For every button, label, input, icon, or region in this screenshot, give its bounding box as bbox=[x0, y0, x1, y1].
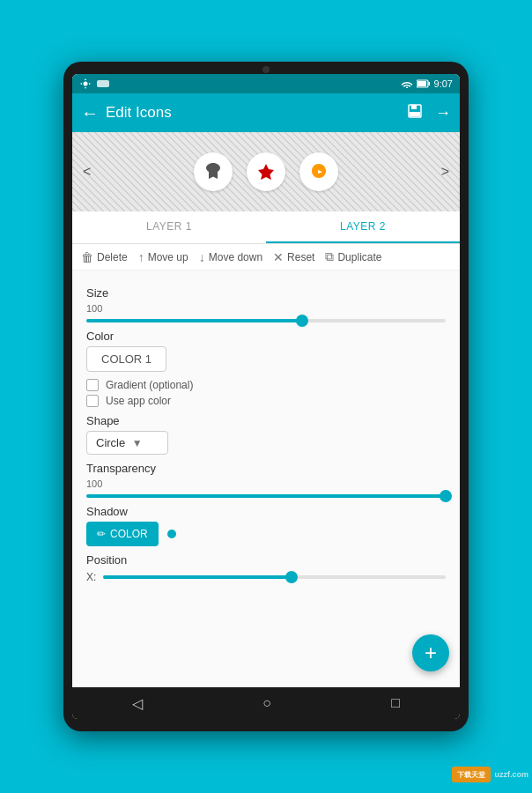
toolbar-save-icon[interactable] bbox=[407, 103, 423, 123]
toolbar-forward-icon[interactable]: → bbox=[435, 104, 451, 122]
battery-icon bbox=[417, 79, 431, 88]
toolbar-back-button[interactable]: ← bbox=[81, 103, 99, 123]
size-value: 100 bbox=[86, 303, 446, 314]
gradient-label: Gradient (optional) bbox=[106, 379, 193, 391]
transparency-slider-track[interactable] bbox=[86, 494, 446, 498]
watermark: 下载天堂 uzzf.com bbox=[452, 767, 528, 782]
watermark-text: uzzf.com bbox=[494, 770, 528, 779]
size-slider-container: 100 bbox=[86, 303, 446, 322]
move-down-label: Move down bbox=[209, 251, 262, 263]
duplicate-button[interactable]: ⧉ Duplicate bbox=[325, 249, 381, 264]
transparency-value: 100 bbox=[86, 478, 446, 489]
toolbar: ← Edit Icons → bbox=[72, 93, 460, 132]
svg-rect-3 bbox=[417, 81, 426, 86]
position-x-slider-track[interactable] bbox=[103, 575, 446, 579]
toolbar-title: Edit Icons bbox=[106, 104, 400, 122]
duplicate-icon: ⧉ bbox=[325, 249, 334, 264]
position-x-slider-fill bbox=[103, 575, 292, 579]
preview-left-arrow[interactable]: < bbox=[76, 157, 98, 187]
transparency-slider-container: 100 bbox=[86, 478, 446, 498]
position-x-label: X: bbox=[86, 571, 96, 583]
preview-icon-1 bbox=[194, 152, 233, 191]
transparency-slider-thumb bbox=[440, 490, 452, 502]
tablet-device: 9:07 ← Edit Icons → < bbox=[63, 62, 469, 731]
transparency-slider-fill bbox=[86, 494, 446, 498]
shape-label: Shape bbox=[86, 414, 446, 427]
discord-icon bbox=[97, 78, 109, 89]
delete-label: Delete bbox=[97, 251, 128, 263]
move-up-button[interactable]: ↑ Move up bbox=[138, 250, 188, 264]
shape-select-arrow: ▼ bbox=[132, 437, 143, 449]
use-app-color-checkbox[interactable] bbox=[86, 395, 99, 407]
gradient-checkbox[interactable] bbox=[86, 379, 99, 391]
wifi-icon bbox=[401, 79, 413, 88]
move-down-button[interactable]: ↓ Move down bbox=[199, 250, 262, 264]
delete-icon: 🗑 bbox=[81, 250, 93, 264]
nav-home-button[interactable]: ○ bbox=[262, 695, 271, 711]
svg-rect-6 bbox=[411, 105, 417, 109]
color1-button[interactable]: COLOR 1 bbox=[86, 346, 166, 372]
gear-icon bbox=[79, 78, 92, 90]
use-app-color-label: Use app color bbox=[106, 395, 171, 407]
status-time: 9:07 bbox=[434, 78, 453, 89]
svg-point-0 bbox=[84, 82, 88, 86]
shape-select-box[interactable]: Circle ▼ bbox=[86, 431, 168, 455]
size-label: Size bbox=[86, 286, 446, 300]
status-bar: 9:07 bbox=[72, 74, 460, 93]
svg-marker-8 bbox=[258, 164, 274, 180]
shadow-color-button[interactable]: ✏ COLOR bbox=[86, 522, 159, 546]
position-label: Position bbox=[86, 553, 446, 567]
position-x-row: X: bbox=[86, 570, 446, 584]
move-down-icon: ↓ bbox=[199, 250, 205, 264]
tablet-camera bbox=[262, 66, 270, 73]
layer-tabs: LAYER 1 LAYER 2 bbox=[72, 211, 460, 244]
status-icons-left bbox=[79, 78, 109, 90]
status-right: 9:07 bbox=[401, 78, 453, 89]
move-up-icon: ↑ bbox=[138, 250, 144, 264]
shadow-label: Shadow bbox=[86, 505, 446, 518]
preview-icons bbox=[194, 152, 338, 191]
delete-button[interactable]: 🗑 Delete bbox=[81, 250, 128, 264]
watermark-logo: 下载天堂 bbox=[452, 767, 491, 782]
tablet-screen: 9:07 ← Edit Icons → < bbox=[72, 74, 460, 719]
preview-right-arrow[interactable]: > bbox=[434, 157, 456, 187]
action-bar: 🗑 Delete ↑ Move up ↓ Move down ✕ Reset ⧉… bbox=[72, 244, 460, 271]
nav-bar: ◁ ○ □ bbox=[72, 687, 460, 719]
color-label: Color bbox=[86, 330, 446, 343]
icon-preview-area: < > bbox=[72, 132, 460, 211]
gradient-checkbox-row: Gradient (optional) bbox=[86, 379, 446, 391]
size-slider-fill bbox=[86, 319, 302, 322]
reset-label: Reset bbox=[287, 251, 314, 263]
tab-layer1[interactable]: LAYER 1 bbox=[72, 211, 266, 243]
size-slider-thumb bbox=[296, 315, 308, 327]
shape-select-container: Circle ▼ bbox=[86, 431, 446, 455]
shadow-section: ✏ COLOR bbox=[86, 522, 446, 546]
shape-selected-value: Circle bbox=[96, 436, 125, 449]
duplicate-label: Duplicate bbox=[337, 251, 381, 263]
shadow-color-label: COLOR bbox=[110, 528, 148, 540]
preview-icon-2 bbox=[247, 152, 285, 191]
pencil-icon: ✏ bbox=[97, 528, 106, 540]
svg-rect-7 bbox=[410, 112, 420, 116]
size-slider-track[interactable] bbox=[86, 319, 446, 322]
use-app-color-checkbox-row: Use app color bbox=[86, 395, 446, 407]
nav-recent-button[interactable]: □ bbox=[391, 695, 400, 711]
position-x-slider-thumb bbox=[285, 571, 298, 583]
svg-rect-4 bbox=[428, 82, 430, 85]
svg-rect-1 bbox=[97, 80, 109, 87]
tab-layer2[interactable]: LAYER 2 bbox=[266, 211, 460, 243]
toolbar-actions: → bbox=[407, 103, 451, 123]
move-up-label: Move up bbox=[148, 251, 188, 263]
preview-icon-3 bbox=[299, 152, 338, 191]
transparency-label: Transparency bbox=[86, 462, 446, 475]
fab-button[interactable]: + bbox=[412, 634, 449, 671]
shadow-color-dot bbox=[167, 530, 176, 538]
reset-button[interactable]: ✕ Reset bbox=[273, 250, 314, 264]
reset-icon: ✕ bbox=[273, 250, 284, 264]
nav-back-button[interactable]: ◁ bbox=[132, 695, 143, 712]
content-area: Size 100 Color COLOR 1 Gradient (optiona… bbox=[72, 271, 460, 687]
